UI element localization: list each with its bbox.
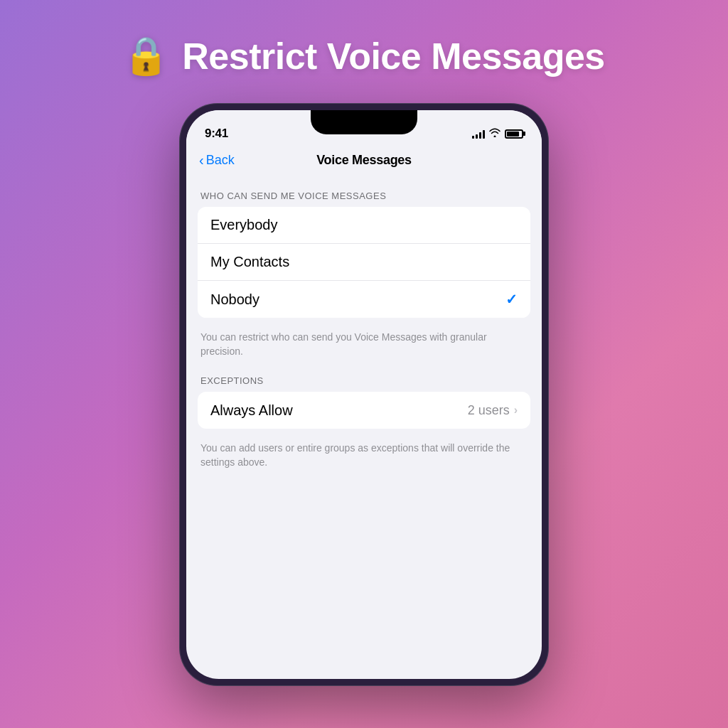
nobody-row[interactable]: Nobody ✓ — [198, 281, 530, 318]
voice-message-options-group: Everybody My Contacts Nobody ✓ — [198, 207, 530, 318]
chevron-right-icon: › — [514, 404, 518, 417]
status-time: 9:41 — [205, 127, 228, 141]
nav-title: Voice Messages — [316, 153, 412, 168]
selected-checkmark-icon: ✓ — [505, 291, 518, 308]
lock-icon: 🔒 — [123, 34, 169, 77]
page-header: 🔒 Restrict Voice Messages — [123, 34, 605, 77]
section-description-who: You can restrict who can send you Voice … — [186, 323, 542, 373]
phone-notch — [311, 110, 417, 134]
phone-frame: 9:41 — [179, 103, 549, 686]
always-allow-row[interactable]: Always Allow 2 users › — [198, 392, 530, 429]
nobody-label: Nobody — [210, 291, 259, 308]
always-allow-right: 2 users › — [468, 403, 518, 418]
section-label-who: WHO CAN SEND ME VOICE MESSAGES — [186, 191, 542, 207]
always-allow-label: Always Allow — [210, 402, 293, 419]
my-contacts-row[interactable]: My Contacts — [198, 244, 530, 281]
section-description-exceptions: You can add users or entire groups as ex… — [186, 434, 542, 483]
nav-bar: ‹ Back Voice Messages — [186, 147, 542, 176]
everybody-label: Everybody — [210, 217, 278, 233]
signal-icon — [472, 129, 485, 139]
phone-screen: 9:41 — [186, 110, 542, 679]
back-button[interactable]: ‹ Back — [199, 153, 235, 168]
exceptions-group: Always Allow 2 users › — [198, 392, 530, 429]
always-allow-value: 2 users — [468, 403, 510, 418]
section-label-exceptions: EXCEPTIONS — [186, 375, 542, 392]
everybody-row[interactable]: Everybody — [198, 207, 530, 244]
my-contacts-label: My Contacts — [210, 254, 289, 270]
battery-icon — [505, 129, 523, 139]
status-icons — [472, 128, 523, 139]
wifi-icon — [489, 128, 500, 139]
content-area: WHO CAN SEND ME VOICE MESSAGES Everybody… — [186, 176, 542, 498]
page-title: Restrict Voice Messages — [182, 35, 605, 77]
back-chevron-icon: ‹ — [199, 152, 204, 168]
back-label: Back — [206, 153, 235, 168]
